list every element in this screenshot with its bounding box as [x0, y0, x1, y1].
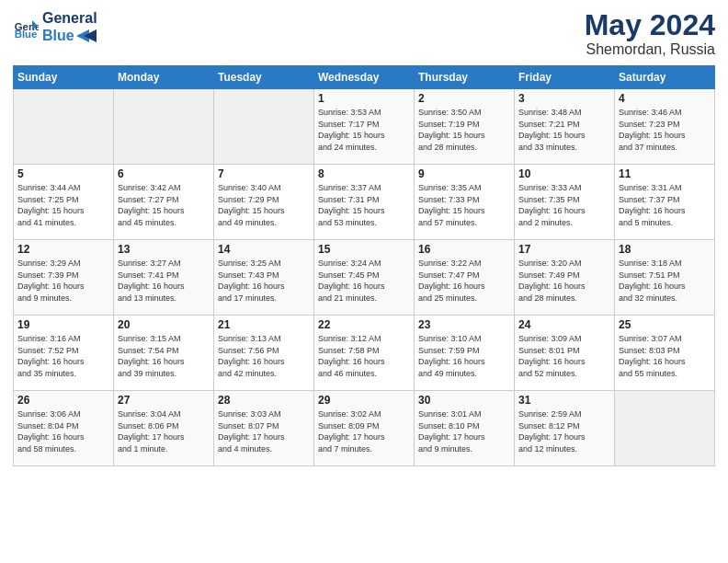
day-number: 17 — [518, 243, 610, 256]
col-tuesday: Tuesday — [214, 66, 314, 89]
day-number: 16 — [418, 243, 510, 256]
day-number: 9 — [418, 167, 510, 180]
day-info: Sunrise: 3:22 AM Sunset: 7:47 PM Dayligh… — [418, 258, 510, 304]
week-row-3: 19Sunrise: 3:16 AM Sunset: 7:52 PM Dayli… — [14, 316, 715, 391]
cell-2-4: 16Sunrise: 3:22 AM Sunset: 7:47 PM Dayli… — [415, 240, 515, 316]
col-friday: Friday — [515, 66, 615, 89]
day-number: 13 — [118, 243, 210, 256]
day-number: 28 — [218, 394, 310, 407]
cell-4-4: 30Sunrise: 3:01 AM Sunset: 8:10 PM Dayli… — [415, 391, 515, 466]
day-info: Sunrise: 3:27 AM Sunset: 7:41 PM Dayligh… — [118, 258, 210, 304]
calendar-container: General Blue General Blue May 2024 Shemo… — [0, 0, 728, 476]
cell-1-3: 8Sunrise: 3:37 AM Sunset: 7:31 PM Daylig… — [314, 165, 415, 240]
col-saturday: Saturday — [615, 66, 715, 89]
cell-4-3: 29Sunrise: 3:02 AM Sunset: 8:09 PM Dayli… — [314, 391, 415, 466]
day-info: Sunrise: 3:24 AM Sunset: 7:45 PM Dayligh… — [318, 258, 410, 304]
logo-line2: Blue — [42, 27, 97, 44]
cell-0-4: 2Sunrise: 3:50 AM Sunset: 7:19 PM Daylig… — [415, 89, 515, 165]
cell-0-2 — [214, 89, 314, 165]
day-info: Sunrise: 3:01 AM Sunset: 8:10 PM Dayligh… — [418, 408, 510, 454]
location: Shemordan, Russia — [585, 41, 715, 58]
day-info: Sunrise: 3:42 AM Sunset: 7:27 PM Dayligh… — [118, 182, 210, 228]
day-info: Sunrise: 3:03 AM Sunset: 8:07 PM Dayligh… — [218, 408, 310, 454]
cell-2-6: 18Sunrise: 3:18 AM Sunset: 7:51 PM Dayli… — [615, 240, 715, 316]
logo-line1: General — [42, 9, 97, 27]
day-info: Sunrise: 3:25 AM Sunset: 7:43 PM Dayligh… — [218, 258, 310, 304]
day-info: Sunrise: 3:40 AM Sunset: 7:29 PM Dayligh… — [218, 182, 310, 228]
day-number: 26 — [17, 394, 109, 407]
cell-1-5: 10Sunrise: 3:33 AM Sunset: 7:35 PM Dayli… — [515, 165, 615, 240]
col-wednesday: Wednesday — [314, 66, 415, 89]
col-thursday: Thursday — [415, 66, 515, 89]
day-info: Sunrise: 2:59 AM Sunset: 8:12 PM Dayligh… — [518, 408, 610, 454]
cell-1-6: 11Sunrise: 3:31 AM Sunset: 7:37 PM Dayli… — [615, 165, 715, 240]
logo-icon: General Blue — [13, 14, 39, 40]
cell-3-2: 21Sunrise: 3:13 AM Sunset: 7:56 PM Dayli… — [214, 316, 314, 391]
day-number: 18 — [619, 243, 711, 256]
day-number: 6 — [118, 167, 210, 180]
day-info: Sunrise: 3:10 AM Sunset: 7:59 PM Dayligh… — [418, 333, 510, 379]
title-block: May 2024 Shemordan, Russia — [585, 9, 715, 58]
day-number: 20 — [118, 318, 210, 331]
day-number: 8 — [318, 167, 410, 180]
week-row-4: 26Sunrise: 3:06 AM Sunset: 8:04 PM Dayli… — [14, 391, 715, 466]
cell-0-3: 1Sunrise: 3:53 AM Sunset: 7:17 PM Daylig… — [314, 89, 415, 165]
header-row: Sunday Monday Tuesday Wednesday Thursday… — [14, 66, 715, 89]
cell-1-4: 9Sunrise: 3:35 AM Sunset: 7:33 PM Daylig… — [415, 165, 515, 240]
day-info: Sunrise: 3:12 AM Sunset: 7:58 PM Dayligh… — [318, 333, 410, 379]
day-number: 12 — [17, 243, 109, 256]
day-info: Sunrise: 3:48 AM Sunset: 7:21 PM Dayligh… — [518, 107, 610, 153]
cell-3-4: 23Sunrise: 3:10 AM Sunset: 7:59 PM Dayli… — [415, 316, 515, 391]
day-number: 22 — [318, 318, 410, 331]
day-number: 2 — [418, 92, 510, 105]
day-info: Sunrise: 3:33 AM Sunset: 7:35 PM Dayligh… — [518, 182, 610, 228]
cell-3-0: 19Sunrise: 3:16 AM Sunset: 7:52 PM Dayli… — [14, 316, 114, 391]
day-info: Sunrise: 3:20 AM Sunset: 7:49 PM Dayligh… — [518, 258, 610, 304]
day-info: Sunrise: 3:07 AM Sunset: 8:03 PM Dayligh… — [619, 333, 711, 379]
cell-2-2: 14Sunrise: 3:25 AM Sunset: 7:43 PM Dayli… — [214, 240, 314, 316]
cell-0-1 — [114, 89, 214, 165]
day-info: Sunrise: 3:16 AM Sunset: 7:52 PM Dayligh… — [17, 333, 109, 379]
week-row-0: 1Sunrise: 3:53 AM Sunset: 7:17 PM Daylig… — [14, 89, 715, 165]
cell-4-1: 27Sunrise: 3:04 AM Sunset: 8:06 PM Dayli… — [114, 391, 214, 466]
cell-1-0: 5Sunrise: 3:44 AM Sunset: 7:25 PM Daylig… — [14, 165, 114, 240]
day-number: 5 — [17, 167, 109, 180]
day-info: Sunrise: 3:35 AM Sunset: 7:33 PM Dayligh… — [418, 182, 510, 228]
day-number: 19 — [17, 318, 109, 331]
day-info: Sunrise: 3:18 AM Sunset: 7:51 PM Dayligh… — [619, 258, 711, 304]
day-number: 11 — [619, 167, 711, 180]
day-info: Sunrise: 3:02 AM Sunset: 8:09 PM Dayligh… — [318, 408, 410, 454]
day-info: Sunrise: 3:06 AM Sunset: 8:04 PM Dayligh… — [17, 408, 109, 454]
day-number: 21 — [218, 318, 310, 331]
day-info: Sunrise: 3:15 AM Sunset: 7:54 PM Dayligh… — [118, 333, 210, 379]
cell-3-6: 25Sunrise: 3:07 AM Sunset: 8:03 PM Dayli… — [615, 316, 715, 391]
cell-0-0 — [14, 89, 114, 165]
day-info: Sunrise: 3:13 AM Sunset: 7:56 PM Dayligh… — [218, 333, 310, 379]
cell-2-3: 15Sunrise: 3:24 AM Sunset: 7:45 PM Dayli… — [314, 240, 415, 316]
day-info: Sunrise: 3:53 AM Sunset: 7:17 PM Dayligh… — [318, 107, 410, 153]
day-number: 10 — [518, 167, 610, 180]
day-info: Sunrise: 3:50 AM Sunset: 7:19 PM Dayligh… — [418, 107, 510, 153]
col-monday: Monday — [114, 66, 214, 89]
cell-4-5: 31Sunrise: 2:59 AM Sunset: 8:12 PM Dayli… — [515, 391, 615, 466]
day-info: Sunrise: 3:09 AM Sunset: 8:01 PM Dayligh… — [518, 333, 610, 379]
day-info: Sunrise: 3:31 AM Sunset: 7:37 PM Dayligh… — [619, 182, 711, 228]
cell-2-1: 13Sunrise: 3:27 AM Sunset: 7:41 PM Dayli… — [114, 240, 214, 316]
day-number: 3 — [518, 92, 610, 105]
cell-0-5: 3Sunrise: 3:48 AM Sunset: 7:21 PM Daylig… — [515, 89, 615, 165]
cell-4-0: 26Sunrise: 3:06 AM Sunset: 8:04 PM Dayli… — [14, 391, 114, 466]
day-info: Sunrise: 3:04 AM Sunset: 8:06 PM Dayligh… — [118, 408, 210, 454]
cell-3-5: 24Sunrise: 3:09 AM Sunset: 8:01 PM Dayli… — [515, 316, 615, 391]
cell-2-5: 17Sunrise: 3:20 AM Sunset: 7:49 PM Dayli… — [515, 240, 615, 316]
day-info: Sunrise: 3:44 AM Sunset: 7:25 PM Dayligh… — [17, 182, 109, 228]
day-number: 23 — [418, 318, 510, 331]
cell-4-6 — [615, 391, 715, 466]
cell-3-1: 20Sunrise: 3:15 AM Sunset: 7:54 PM Dayli… — [114, 316, 214, 391]
header: General Blue General Blue May 2024 Shemo… — [13, 9, 715, 58]
day-number: 4 — [619, 92, 711, 105]
col-sunday: Sunday — [14, 66, 114, 89]
week-row-1: 5Sunrise: 3:44 AM Sunset: 7:25 PM Daylig… — [14, 165, 715, 240]
cell-3-3: 22Sunrise: 3:12 AM Sunset: 7:58 PM Dayli… — [314, 316, 415, 391]
svg-text:Blue: Blue — [15, 29, 38, 40]
day-number: 25 — [619, 318, 711, 331]
